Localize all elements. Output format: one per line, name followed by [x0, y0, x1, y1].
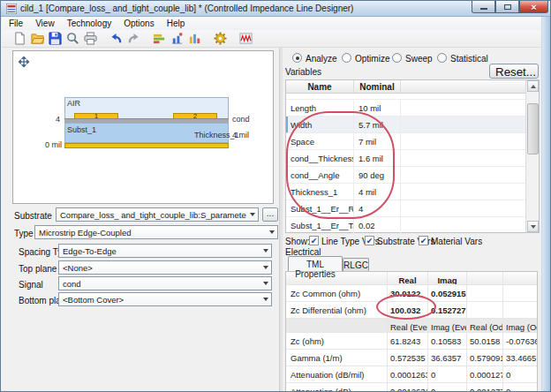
chevron-down-icon[interactable]	[260, 293, 271, 305]
table-row[interactable]: cond__Thickness 1.6 mil	[286, 150, 526, 167]
tab-rlgc[interactable]: RLGC	[343, 258, 369, 271]
radio-optimize-label[interactable]: Optimize	[355, 54, 389, 64]
header-imag-even: Imag (Even)	[428, 319, 467, 332]
redo-button[interactable]	[125, 31, 142, 47]
radio-sweep[interactable]	[392, 53, 402, 63]
cell-value: 0	[503, 383, 537, 392]
tab-tml-properties[interactable]: TML Properties	[288, 256, 343, 271]
var-nominal[interactable]: 10 mil	[354, 100, 401, 116]
radio-sweep-label[interactable]: Sweep	[405, 54, 433, 64]
bar-chart-columns-button[interactable]	[185, 31, 203, 47]
cell-value: 61.8243	[388, 333, 428, 349]
bar-chart-horizontal-button[interactable]	[150, 31, 168, 47]
print-button[interactable]	[81, 31, 99, 47]
checkbox-line-type-vars[interactable]: ✔	[309, 236, 319, 245]
cross-section-canvas[interactable]: AIR 1 2 4 cond Subst_1 Thickness_1 4 mil…	[12, 50, 274, 204]
chevron-down-icon[interactable]	[266, 226, 277, 238]
table-row[interactable]: Zc Common (ohm) 30.9122 0.0529152	[286, 285, 537, 302]
title-bar[interactable]: cild_1 [Compare_loss_ and_tight_couple_l…	[1, 1, 551, 17]
signal-label: Signal	[19, 280, 43, 290]
var-nominal[interactable]: 1.6 mil	[354, 150, 401, 166]
menu-file[interactable]: File	[9, 19, 23, 28]
var-nominal[interactable]: 0.02	[354, 217, 401, 233]
chevron-down-icon[interactable]	[260, 261, 271, 274]
substrate-select[interactable]: Compare_loss_ and_tight_couple_lib:S_par…	[56, 207, 259, 222]
menu-view[interactable]: View	[35, 19, 55, 28]
waveform-icon	[239, 32, 253, 45]
table-subheader-row: Real (Even) Imag (Even) Real (Odd) Imag …	[286, 319, 537, 333]
row-label: Attenuation (dB/mil)	[286, 366, 388, 382]
var-name: cond__Angle	[286, 167, 354, 183]
maximize-button[interactable]	[495, 1, 519, 13]
arrow-up-icon	[531, 85, 536, 88]
minimize-button[interactable]	[472, 1, 495, 13]
table-row[interactable]: Length 10 mil	[286, 100, 526, 117]
panel-splitter[interactable]	[279, 48, 283, 392]
var-name: Thickness_1	[286, 184, 354, 200]
header-imag-odd: Imag (Odd)	[503, 319, 537, 332]
column-name[interactable]: Name	[286, 80, 354, 93]
bar-chart-dot-button[interactable]	[168, 31, 185, 47]
gear-button[interactable]	[211, 31, 229, 47]
chevron-down-icon[interactable]	[246, 208, 258, 221]
type-select[interactable]: Microstrip Edge-Coupled	[34, 225, 278, 239]
scroll-up-button[interactable]	[527, 80, 539, 92]
menu-technology[interactable]: Technology	[67, 19, 112, 28]
radio-statistical-label[interactable]: Statistical	[450, 54, 488, 64]
menu-options[interactable]: Options	[124, 19, 154, 28]
chevron-down-icon[interactable]	[260, 245, 271, 257]
undo-button[interactable]	[107, 31, 125, 47]
radio-statistical[interactable]	[437, 53, 447, 63]
table-row[interactable]: Attenuation (dB) 0.00126314 0 0.0012776 …	[286, 383, 537, 392]
var-nominal[interactable]: 7 mil	[354, 133, 401, 149]
bottom-cover-layer[interactable]	[64, 143, 229, 148]
zoom-button[interactable]	[64, 31, 81, 47]
reset-button[interactable]: Reset...	[489, 64, 539, 79]
table-row[interactable]: Space 7 mil	[286, 133, 526, 150]
var-nominal[interactable]: 4 mil	[354, 184, 401, 200]
spacing-type-select[interactable]: Edge-To-Edge	[58, 244, 272, 258]
signal-select[interactable]: cond	[58, 276, 272, 290]
table-row[interactable]: Width 5.7 mil	[286, 117, 526, 133]
save-button[interactable]	[46, 31, 64, 47]
type-value: Microstrip Edge-Coupled	[35, 228, 266, 237]
table-row[interactable]: cond__Angle 90 deg	[286, 167, 526, 184]
radio-optimize[interactable]	[342, 53, 351, 63]
table-row[interactable]: Subst_1__Er__TanD 0.02	[286, 217, 526, 234]
top-plane-select[interactable]: <None>	[58, 260, 272, 275]
pan-icon[interactable]	[19, 57, 29, 67]
bar-chart-columns-icon	[188, 32, 201, 45]
close-button[interactable]: ×	[519, 1, 548, 13]
checkbox-material-vars[interactable]: ✔	[419, 236, 428, 245]
menu-help[interactable]: Help	[167, 19, 185, 28]
checkbox-substrate-vars[interactable]: ✔	[365, 236, 374, 245]
bar-chart-horizontal-icon	[153, 32, 166, 45]
scrollbar-thumb[interactable]	[527, 103, 539, 155]
var-nominal[interactable]: 90 deg	[354, 167, 401, 183]
air-label: AIR	[67, 99, 80, 108]
waveform-button[interactable]	[237, 31, 254, 47]
var-nominal[interactable]: 4	[354, 200, 401, 216]
new-file-button[interactable]	[11, 31, 28, 47]
top-plane-label: Top plane	[19, 264, 57, 274]
table-row[interactable]: Thickness_1 4 mil	[286, 184, 526, 200]
table-row[interactable]: Zc (ohm) 61.8243 0.10583 50.0158 -0.0763…	[286, 333, 537, 350]
bottom-plane-select[interactable]: <Bottom Cover>	[58, 292, 272, 306]
var-nominal[interactable]: 5.7 mil	[354, 117, 401, 132]
radio-analyze[interactable]	[292, 53, 302, 63]
column-nominal[interactable]: Nominal	[354, 80, 401, 93]
table-row[interactable]: Zc Differential (ohm) 100.032 0.152727	[286, 302, 537, 319]
variables-scrollbar[interactable]	[525, 80, 539, 232]
open-folder-button[interactable]	[28, 31, 46, 47]
table-row[interactable]: Gamma (1/m) 0.572535 36.6357 0.579091 33…	[286, 350, 537, 366]
scroll-down-button[interactable]	[527, 221, 539, 232]
checkbox-material-vars-label[interactable]: Material Vars	[431, 237, 482, 246]
table-row-partial	[286, 94, 526, 100]
chevron-down-icon[interactable]	[260, 277, 271, 290]
radio-analyze-label[interactable]: Analyze	[306, 54, 337, 64]
table-row[interactable]: Subst_1__Er__Real 4	[286, 200, 526, 217]
header-blank	[467, 272, 503, 284]
substrate-browse-button[interactable]: ...	[262, 207, 278, 222]
table-row[interactable]: Attenuation (dB/mil) 0.000126314 0 0.000…	[286, 366, 537, 383]
var-name: Width	[286, 117, 354, 132]
